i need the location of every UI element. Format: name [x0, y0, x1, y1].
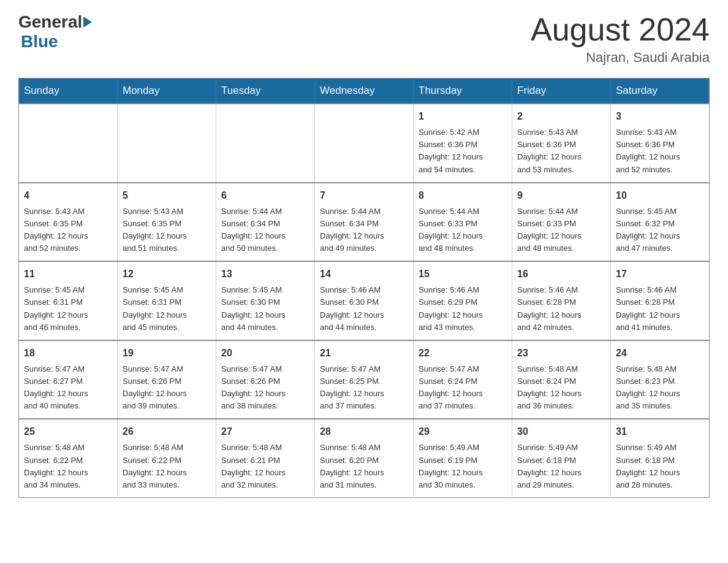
- day-number: 3: [616, 109, 704, 124]
- day-info: Sunrise: 5:47 AM Sunset: 6:24 PM Dayligh…: [419, 364, 483, 410]
- day-info: Sunrise: 5:44 AM Sunset: 6:34 PM Dayligh…: [320, 207, 384, 253]
- calendar-header-friday: Friday: [512, 79, 611, 104]
- day-number: 25: [24, 424, 112, 439]
- day-info: Sunrise: 5:48 AM Sunset: 6:22 PM Dayligh…: [123, 443, 187, 489]
- day-number: 30: [517, 424, 605, 439]
- day-number: 27: [221, 424, 309, 439]
- calendar-cell: [216, 104, 315, 183]
- calendar-cell: 18Sunrise: 5:47 AM Sunset: 6:27 PM Dayli…: [19, 340, 118, 419]
- day-info: Sunrise: 5:48 AM Sunset: 6:23 PM Dayligh…: [616, 364, 680, 410]
- calendar-header-monday: Monday: [118, 79, 216, 104]
- day-info: Sunrise: 5:45 AM Sunset: 6:31 PM Dayligh…: [123, 285, 187, 331]
- day-number: 28: [320, 424, 408, 439]
- day-info: Sunrise: 5:48 AM Sunset: 6:21 PM Dayligh…: [221, 443, 286, 489]
- day-info: Sunrise: 5:46 AM Sunset: 6:28 PM Dayligh…: [616, 285, 680, 331]
- calendar-week-row: 4Sunrise: 5:43 AM Sunset: 6:35 PM Daylig…: [19, 183, 710, 262]
- calendar-cell: 27Sunrise: 5:48 AM Sunset: 6:21 PM Dayli…: [216, 419, 315, 497]
- calendar-header-thursday: Thursday: [414, 79, 512, 104]
- day-number: 26: [123, 424, 211, 439]
- day-number: 19: [123, 346, 211, 361]
- calendar-week-row: 18Sunrise: 5:47 AM Sunset: 6:27 PM Dayli…: [19, 340, 710, 419]
- day-number: 5: [123, 188, 211, 203]
- calendar-cell: 11Sunrise: 5:45 AM Sunset: 6:31 PM Dayli…: [19, 261, 118, 340]
- day-number: 11: [24, 267, 112, 282]
- calendar-header-wednesday: Wednesday: [315, 79, 414, 104]
- calendar-cell: 2Sunrise: 5:43 AM Sunset: 6:36 PM Daylig…: [512, 104, 611, 183]
- calendar-cell: 7Sunrise: 5:44 AM Sunset: 6:34 PM Daylig…: [315, 183, 414, 262]
- calendar-cell: 24Sunrise: 5:48 AM Sunset: 6:23 PM Dayli…: [611, 340, 710, 419]
- calendar-cell: 4Sunrise: 5:43 AM Sunset: 6:35 PM Daylig…: [19, 183, 118, 262]
- day-number: 10: [616, 188, 704, 203]
- calendar-table: SundayMondayTuesdayWednesdayThursdayFrid…: [18, 78, 710, 498]
- calendar-cell: 1Sunrise: 5:42 AM Sunset: 6:36 PM Daylig…: [414, 104, 512, 183]
- day-info: Sunrise: 5:47 AM Sunset: 6:26 PM Dayligh…: [123, 364, 187, 410]
- day-info: Sunrise: 5:47 AM Sunset: 6:25 PM Dayligh…: [320, 364, 384, 410]
- calendar-header-sunday: Sunday: [19, 79, 118, 104]
- calendar-cell: 19Sunrise: 5:47 AM Sunset: 6:26 PM Dayli…: [118, 340, 216, 419]
- calendar-cell: 8Sunrise: 5:44 AM Sunset: 6:33 PM Daylig…: [414, 183, 512, 262]
- logo-arrow-icon: [83, 17, 92, 28]
- calendar-header-tuesday: Tuesday: [216, 79, 315, 104]
- day-number: 21: [320, 346, 408, 361]
- day-number: 17: [616, 267, 704, 282]
- page-header: General Blue August 2024 Najran, Saudi A…: [18, 12, 710, 66]
- day-number: 4: [24, 188, 112, 203]
- day-info: Sunrise: 5:42 AM Sunset: 6:36 PM Dayligh…: [419, 128, 483, 174]
- day-number: 13: [221, 267, 309, 282]
- day-info: Sunrise: 5:46 AM Sunset: 6:28 PM Dayligh…: [517, 285, 582, 331]
- month-title: August 2024: [531, 12, 710, 47]
- day-info: Sunrise: 5:49 AM Sunset: 6:18 PM Dayligh…: [517, 443, 582, 489]
- day-number: 15: [419, 267, 507, 282]
- logo: General Blue: [18, 12, 93, 52]
- day-info: Sunrise: 5:48 AM Sunset: 6:22 PM Dayligh…: [24, 443, 88, 489]
- calendar-cell: 6Sunrise: 5:44 AM Sunset: 6:34 PM Daylig…: [216, 183, 315, 262]
- day-number: 20: [221, 346, 309, 361]
- day-number: 8: [419, 188, 507, 203]
- day-number: 12: [123, 267, 211, 282]
- day-number: 23: [517, 346, 605, 361]
- day-number: 2: [517, 109, 605, 124]
- calendar-cell: 30Sunrise: 5:49 AM Sunset: 6:18 PM Dayli…: [512, 419, 611, 497]
- calendar-cell: 31Sunrise: 5:49 AM Sunset: 6:18 PM Dayli…: [611, 419, 710, 497]
- calendar-cell: 20Sunrise: 5:47 AM Sunset: 6:26 PM Dayli…: [216, 340, 315, 419]
- title-block: August 2024 Najran, Saudi Arabia: [531, 12, 710, 66]
- day-info: Sunrise: 5:47 AM Sunset: 6:27 PM Dayligh…: [24, 364, 88, 410]
- day-info: Sunrise: 5:43 AM Sunset: 6:35 PM Dayligh…: [123, 207, 187, 253]
- calendar-week-row: 1Sunrise: 5:42 AM Sunset: 6:36 PM Daylig…: [19, 104, 710, 183]
- calendar-cell: 16Sunrise: 5:46 AM Sunset: 6:28 PM Dayli…: [512, 261, 611, 340]
- calendar-cell: 26Sunrise: 5:48 AM Sunset: 6:22 PM Dayli…: [118, 419, 216, 497]
- day-info: Sunrise: 5:44 AM Sunset: 6:33 PM Dayligh…: [517, 207, 582, 253]
- day-info: Sunrise: 5:45 AM Sunset: 6:31 PM Dayligh…: [24, 285, 88, 331]
- calendar-header-row: SundayMondayTuesdayWednesdayThursdayFrid…: [19, 79, 710, 104]
- calendar-cell: [315, 104, 414, 183]
- day-number: 9: [517, 188, 605, 203]
- calendar-header-saturday: Saturday: [611, 79, 710, 104]
- day-info: Sunrise: 5:47 AM Sunset: 6:26 PM Dayligh…: [221, 364, 286, 410]
- day-info: Sunrise: 5:44 AM Sunset: 6:34 PM Dayligh…: [221, 207, 286, 253]
- calendar-cell: 13Sunrise: 5:45 AM Sunset: 6:30 PM Dayli…: [216, 261, 315, 340]
- day-number: 1: [419, 109, 507, 124]
- calendar-cell: 10Sunrise: 5:45 AM Sunset: 6:32 PM Dayli…: [611, 183, 710, 262]
- calendar-week-row: 11Sunrise: 5:45 AM Sunset: 6:31 PM Dayli…: [19, 261, 710, 340]
- day-number: 31: [616, 424, 704, 439]
- calendar-cell: 12Sunrise: 5:45 AM Sunset: 6:31 PM Dayli…: [118, 261, 216, 340]
- day-info: Sunrise: 5:43 AM Sunset: 6:36 PM Dayligh…: [616, 128, 680, 174]
- day-info: Sunrise: 5:48 AM Sunset: 6:24 PM Dayligh…: [517, 364, 582, 410]
- day-info: Sunrise: 5:48 AM Sunset: 6:20 PM Dayligh…: [320, 443, 384, 489]
- logo-general-text: General: [18, 12, 82, 32]
- calendar-week-row: 25Sunrise: 5:48 AM Sunset: 6:22 PM Dayli…: [19, 419, 710, 497]
- calendar-cell: [118, 104, 216, 183]
- calendar-cell: 28Sunrise: 5:48 AM Sunset: 6:20 PM Dayli…: [315, 419, 414, 497]
- day-number: 7: [320, 188, 408, 203]
- day-info: Sunrise: 5:46 AM Sunset: 6:29 PM Dayligh…: [419, 285, 483, 331]
- day-number: 14: [320, 267, 408, 282]
- calendar-cell: 3Sunrise: 5:43 AM Sunset: 6:36 PM Daylig…: [611, 104, 710, 183]
- location-title: Najran, Saudi Arabia: [531, 50, 710, 66]
- calendar-cell: 14Sunrise: 5:46 AM Sunset: 6:30 PM Dayli…: [315, 261, 414, 340]
- calendar-cell: 5Sunrise: 5:43 AM Sunset: 6:35 PM Daylig…: [118, 183, 216, 262]
- logo-blue-text: Blue: [21, 32, 58, 51]
- day-info: Sunrise: 5:43 AM Sunset: 6:36 PM Dayligh…: [517, 128, 582, 174]
- day-info: Sunrise: 5:45 AM Sunset: 6:30 PM Dayligh…: [221, 285, 286, 331]
- calendar-cell: 15Sunrise: 5:46 AM Sunset: 6:29 PM Dayli…: [414, 261, 512, 340]
- calendar-cell: 9Sunrise: 5:44 AM Sunset: 6:33 PM Daylig…: [512, 183, 611, 262]
